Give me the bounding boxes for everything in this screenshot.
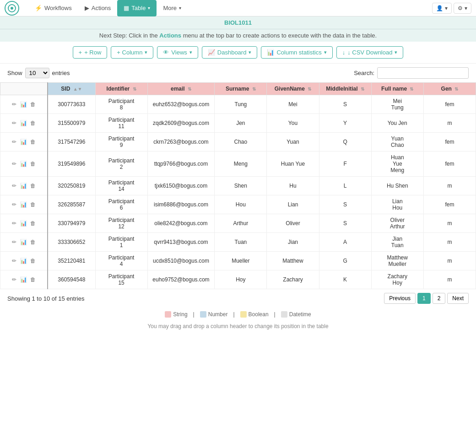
actions-cell: ✏ 📊 🗑 bbox=[0, 195, 48, 214]
chart-icon[interactable]: 📊 bbox=[19, 238, 28, 246]
table-row: ✏ 📊 🗑 319549896Participant 2ttqp9766@bog… bbox=[0, 151, 476, 177]
edit-icon[interactable]: ✏ bbox=[11, 100, 17, 108]
legend: String | Number | Boolean | Datetime bbox=[0, 308, 476, 321]
sort-arrows-fullname: ⇅ bbox=[410, 86, 413, 92]
dashboard-button[interactable]: 📈 Dashboard bbox=[202, 46, 258, 59]
col-header-givenname[interactable]: GivenName ⇅ bbox=[267, 83, 319, 95]
cell-gender: m bbox=[423, 177, 476, 195]
col-header-actions bbox=[0, 83, 48, 95]
delete-icon[interactable]: 🗑 bbox=[29, 182, 37, 190]
cell-middleinitial: F bbox=[319, 151, 371, 177]
workflows-icon: ⚡ bbox=[35, 5, 42, 11]
col-header-surname[interactable]: Surname ⇅ bbox=[215, 83, 267, 95]
page-2-button[interactable]: 2 bbox=[433, 293, 446, 304]
delete-icon[interactable]: 🗑 bbox=[29, 219, 37, 227]
cell-givenname: You bbox=[267, 114, 319, 133]
chart-icon[interactable]: 📊 bbox=[19, 200, 28, 209]
add-row-button[interactable]: + + Row bbox=[73, 46, 108, 59]
actions-link[interactable]: Actions bbox=[159, 32, 181, 39]
col-header-email[interactable]: email ⇅ bbox=[147, 83, 215, 95]
cell-email: ucdx8510@bogus.com bbox=[147, 252, 215, 270]
chart-icon[interactable]: 📊 bbox=[19, 100, 28, 108]
col-header-sid[interactable]: SID ▲▼ bbox=[48, 83, 95, 95]
cell-sid: 333306652 bbox=[48, 233, 95, 252]
settings-icon-btn[interactable]: ⚙ ▾ bbox=[454, 3, 471, 14]
cell-email: ckrn7263@bogus.com bbox=[147, 133, 215, 151]
cell-sid: 360594548 bbox=[48, 270, 95, 289]
search-box: Search: bbox=[354, 67, 469, 79]
cell-surname: Jen bbox=[215, 114, 267, 133]
col-header-middleinitial[interactable]: MiddleInitial ⇅ bbox=[319, 83, 371, 95]
legend-datetime: Datetime bbox=[281, 311, 311, 318]
delete-icon[interactable]: 🗑 bbox=[29, 160, 37, 168]
pagination: Previous 1 2 Next bbox=[384, 293, 469, 304]
nav-more[interactable]: More ▾ bbox=[157, 0, 188, 16]
cell-middleinitial: G bbox=[319, 252, 371, 270]
cell-fullname: Jian Tuan bbox=[371, 233, 423, 252]
edit-icon[interactable]: ✏ bbox=[11, 119, 17, 127]
csv-download-button[interactable]: ↓ ↓ CSV Download bbox=[336, 46, 404, 59]
delete-icon[interactable]: 🗑 bbox=[29, 275, 37, 284]
edit-icon[interactable]: ✏ bbox=[11, 160, 17, 168]
chart-icon[interactable]: 📊 bbox=[19, 257, 28, 265]
delete-icon[interactable]: 🗑 bbox=[29, 200, 37, 209]
previous-button[interactable]: Previous bbox=[384, 293, 416, 304]
chart-icon[interactable]: 📊 bbox=[19, 160, 28, 168]
edit-icon[interactable]: ✏ bbox=[11, 182, 17, 190]
actions-cell: ✏ 📊 🗑 bbox=[0, 151, 48, 177]
edit-icon[interactable]: ✏ bbox=[11, 138, 17, 146]
cell-surname: Mueller bbox=[215, 252, 267, 270]
views-button[interactable]: 👁 Views bbox=[157, 46, 198, 59]
next-button[interactable]: Next bbox=[447, 293, 469, 304]
cell-fullname: Hu Shen bbox=[371, 177, 423, 195]
cell-middleinitial: S bbox=[319, 195, 371, 214]
user-icon-btn[interactable]: 👤 ▾ bbox=[432, 3, 452, 14]
nav-table[interactable]: ▦ Table ▾ bbox=[117, 0, 157, 16]
edit-icon[interactable]: ✏ bbox=[11, 275, 17, 284]
chart-icon[interactable]: 📊 bbox=[19, 219, 28, 227]
cell-sid: 317547296 bbox=[48, 133, 95, 151]
edit-icon[interactable]: ✏ bbox=[11, 238, 17, 246]
sort-arrows-middleinitial: ⇅ bbox=[361, 86, 364, 92]
chart-icon[interactable]: 📊 bbox=[19, 182, 28, 190]
cell-sid: 315500979 bbox=[48, 114, 95, 133]
edit-icon[interactable]: ✏ bbox=[11, 219, 17, 227]
delete-icon[interactable]: 🗑 bbox=[29, 238, 37, 246]
chart-icon[interactable]: 📊 bbox=[19, 138, 28, 146]
col-header-fullname[interactable]: Full name ⇅ bbox=[371, 83, 423, 95]
nav-workflows[interactable]: ⚡ Workflows bbox=[28, 0, 78, 16]
cell-identifier: Participant 6 bbox=[95, 195, 147, 214]
search-input[interactable] bbox=[377, 67, 469, 79]
cell-givenname: Jian bbox=[267, 233, 319, 252]
add-column-button[interactable]: + Column bbox=[111, 46, 153, 59]
delete-icon[interactable]: 🗑 bbox=[29, 138, 37, 146]
delete-icon[interactable]: 🗑 bbox=[29, 257, 37, 265]
settings-icon: ⚙ bbox=[458, 5, 463, 11]
entries-select[interactable]: 10 25 50 100 bbox=[25, 68, 49, 78]
nav-actions[interactable]: ▶ Actions bbox=[78, 0, 118, 16]
delete-icon[interactable]: 🗑 bbox=[29, 119, 37, 127]
cell-gender: m bbox=[423, 114, 476, 133]
delete-icon[interactable]: 🗑 bbox=[29, 100, 37, 108]
cell-middleinitial: Q bbox=[319, 133, 371, 151]
cell-sid: 330794979 bbox=[48, 214, 95, 233]
chart-icon[interactable]: 📊 bbox=[19, 119, 28, 127]
col-header-identifier[interactable]: Identifier ⇅ bbox=[95, 83, 147, 95]
cell-email: olie8242@bogus.com bbox=[147, 214, 215, 233]
cell-identifier: Participant 14 bbox=[95, 177, 147, 195]
more-dropdown-icon: ▾ bbox=[179, 5, 181, 11]
col-header-gender[interactable]: Gen ⇅ bbox=[423, 83, 476, 95]
plus-row-icon: + bbox=[79, 49, 82, 56]
toolbar: + + Row + Column 👁 Views 📈 Dashboard 📊 C… bbox=[0, 42, 476, 64]
sort-arrows-email: ⇅ bbox=[188, 86, 191, 92]
edit-icon[interactable]: ✏ bbox=[11, 200, 17, 209]
cell-middleinitial: A bbox=[319, 233, 371, 252]
cell-fullname: Mei Tung bbox=[371, 95, 423, 114]
chart-icon[interactable]: 📊 bbox=[19, 275, 28, 284]
column-statistics-button[interactable]: 📊 Column statistics bbox=[261, 46, 332, 59]
page-1-button[interactable]: 1 bbox=[417, 293, 431, 304]
cell-identifier: Participant 2 bbox=[95, 151, 147, 177]
table-row: ✏ 📊 🗑 315500979Participant 11zqdk2609@bo… bbox=[0, 114, 476, 133]
edit-icon[interactable]: ✏ bbox=[11, 257, 17, 265]
showing-text: Showing 1 to 10 of 15 entries bbox=[7, 295, 84, 302]
